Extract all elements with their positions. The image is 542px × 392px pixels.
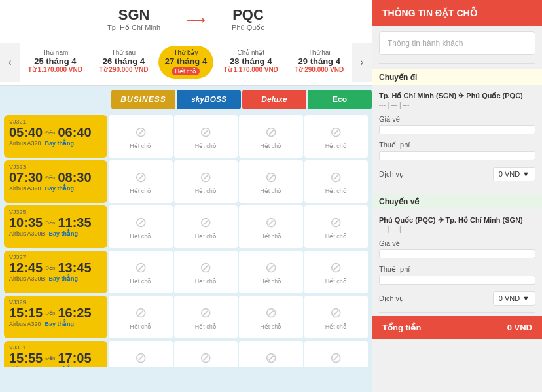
flight-dep-2: 10:35 [9,215,43,230]
aircraft-4: Airbus A320 [9,321,41,327]
direct-5: Bay thẳng [49,366,79,367]
flight-dep-5: 15:55 [9,351,43,366]
gia-ve2-label: Giá vé [379,240,535,247]
seat-icon: ⊘ [200,259,211,276]
seat-deluxe-3[interactable]: ⊘ Hết chỗ [239,251,303,293]
seat-icon: ⊘ [135,214,147,231]
dich-vu-row: Dịch vụ 0 VND ▼ [372,164,542,185]
seat-icon: ⊘ [330,304,342,321]
dich-vu-label: Dịch vụ [379,170,404,179]
date-item-0[interactable]: Thứ năm 25 tháng 4 Từ 1.170.000 VND [22,46,89,79]
seat-skyboss-1[interactable]: ⊘ Hết chỗ [174,160,238,203]
table-row: VJ327 12:45 Đến 13:45 Airbus A320B Bay t… [4,251,368,293]
den-label-5: Đến [45,355,55,361]
seat-icon: ⊘ [265,124,277,141]
flight-info-2: VJ325 10:35 Đến 11:35 Airbus A320B Bay t… [4,205,107,248]
flight-dep-0: 05:40 [9,125,43,140]
seat-business-1[interactable]: ⊘ Hết chỗ [109,160,173,203]
het-cho-label: Hết chỗ [325,188,347,194]
date-item-1[interactable]: Thứ sáu 26 tháng 4 Từ 290.000 VND [92,46,154,79]
departure-city: SGN Tp. Hồ Chí Minh [107,7,160,32]
flight-dep-3: 12:45 [9,260,43,276]
seat-icon: ⊘ [135,169,147,186]
het-cho-label: Hết chỗ [195,143,217,149]
seat-skyboss-0[interactable]: ⊘ Hết chỗ [174,115,238,158]
class-headers: BUSINESS skyBOSS Deluxe Eco [0,86,372,113]
het-cho-label: Hết chỗ [325,323,347,330]
seat-business-2[interactable]: ⊘ Hết chỗ [109,205,173,248]
passenger-info-button[interactable]: Thông tin hành khách [379,31,535,55]
het-cho-label: Hết chỗ [325,278,347,285]
seat-skyboss-5[interactable]: ⊘ Hết chỗ [174,341,238,367]
seat-business-5[interactable]: ⊘ Hết chỗ [109,341,173,367]
date-selector: ‹ Thứ năm 25 tháng 4 Từ 1.170.000 VND Th… [0,39,372,86]
seat-eco-1[interactable]: ⊘ Hết chỗ [304,160,369,203]
right-panel-header: THÔNG TIN ĐẶT CHỖ [372,0,542,26]
seat-deluxe-1[interactable]: ⊘ Hết chỗ [239,160,303,203]
booking-title: THÔNG TIN ĐẶT CHỖ [382,8,477,18]
gia-ve-value [379,125,535,134]
seat-icon: ⊘ [135,259,147,276]
direct-1: Bay thẳng [45,185,75,192]
dropdown-arrow-icon-2: ▼ [522,294,530,302]
seat-deluxe-4[interactable]: ⊘ Hết chỗ [239,296,303,338]
het-cho-label: Hết chỗ [325,233,347,240]
het-cho-label: Hết chỗ [195,188,217,194]
divider-2 [379,188,535,188]
seat-skyboss-3[interactable]: ⊘ Hết chỗ [174,251,238,293]
dich-vu2-value[interactable]: 0 VND ▼ [493,291,535,306]
right-panel: THÔNG TIN ĐẶT CHỖ Thông tin hành khách C… [372,0,542,392]
gia-ve-row: Giá vé [372,112,542,137]
next-date-button[interactable]: › [352,43,372,82]
thue-phi-value [379,151,535,160]
het-cho-label: Hết chỗ [130,233,151,240]
seat-eco-0[interactable]: ⊘ Hết chỗ [304,115,369,158]
eco-label: Eco [333,95,347,104]
den-label-0: Đến [45,130,55,135]
thue-phi-label: Thuế, phí [379,141,535,149]
het-cho-label: Hết chỗ [130,278,151,285]
seat-deluxe-5[interactable]: ⊘ Hết chỗ [239,341,303,367]
dep-code: SGN [107,7,160,24]
class-deluxe-header: Deluxe [242,90,306,109]
flight-dep-1: 07:30 [9,170,43,185]
prev-date-button[interactable]: ‹ [0,43,20,82]
seat-business-3[interactable]: ⊘ Hết chỗ [109,251,173,293]
route-ve-line: Phú Quốc (PQC) ✈ Tp. Hồ Chí Minh (SGN) [379,216,535,224]
flight-arr-2: 11:35 [58,215,91,230]
seat-skyboss-4[interactable]: ⊘ Hết chỗ [174,296,238,338]
divider-3 [379,312,535,313]
seat-business-4[interactable]: ⊘ Hết chỗ [109,296,173,338]
tong-tien-label: Tổng tiền [382,323,421,332]
dich-vu-value[interactable]: 0 VND ▼ [493,167,535,181]
seat-skyboss-2[interactable]: ⊘ Hết chỗ [174,205,238,248]
date-item-3[interactable]: Chủ nhật 28 tháng 4 Từ 1.170.000 VND [217,46,285,79]
flight-num-1: VJ323 [9,164,102,170]
seat-deluxe-0[interactable]: ⊘ Hết chỗ [239,115,303,158]
date-item-2-selected[interactable]: Thứ bảy 27 tháng 4 Hết chỗ [158,46,213,79]
seat-eco-3[interactable]: ⊘ Hết chỗ [304,251,369,293]
business-label: BUSINESS [120,95,166,104]
chuyen-di-title: Chuyến đi [372,69,542,85]
direct-2: Bay thẳng [49,230,79,237]
flight-num-3: VJ327 [9,254,102,260]
seat-icon: ⊘ [330,124,342,141]
seat-icon: ⊘ [135,124,147,141]
seat-deluxe-2[interactable]: ⊘ Hết chỗ [239,205,303,248]
het-cho-label: Hết chỗ [195,233,217,240]
flight-num-5: VJ331 [9,344,102,351]
seat-eco-5[interactable]: ⊘ Hết chỗ [304,341,369,367]
seat-eco-2[interactable]: ⊘ Hết chỗ [304,205,369,248]
seat-eco-4[interactable]: ⊘ Hết chỗ [304,296,369,338]
seat-business-0[interactable]: ⊘ Hết chỗ [109,115,173,158]
table-row: VJ321 05:40 Đến 06:40 Airbus A320 Bay th… [4,115,368,158]
dep-name: Tp. Hồ Chí Minh [107,24,160,32]
thue-phi2-row: Thuế, phí [372,262,542,288]
left-panel: SGN Tp. Hồ Chí Minh ⟶ PQC Phú Quốc ‹ Thứ… [0,0,372,392]
date-item-4[interactable]: Thứ hai 29 tháng 4 Từ 290.000 VND [288,46,350,79]
seat-icon: ⊘ [200,169,211,186]
class-business-header: BUSINESS [111,90,175,109]
table-row: VJ323 07:30 Đến 08:30 Airbus A320 Bay th… [4,160,368,203]
deluxe-label: Deluxe [261,95,287,104]
seat-icon: ⊘ [330,169,342,186]
